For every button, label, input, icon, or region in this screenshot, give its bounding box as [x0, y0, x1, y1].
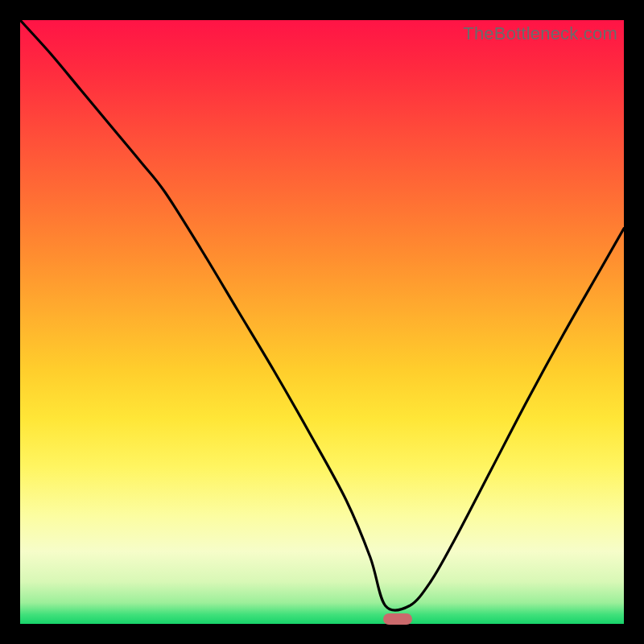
bottleneck-curve [20, 20, 624, 610]
optimal-point-marker [383, 613, 412, 625]
plot-area: TheBottleneck.com [20, 20, 624, 624]
chart-frame: TheBottleneck.com [0, 0, 644, 644]
watermark-text: TheBottleneck.com [463, 23, 617, 44]
curve-layer [20, 20, 624, 624]
